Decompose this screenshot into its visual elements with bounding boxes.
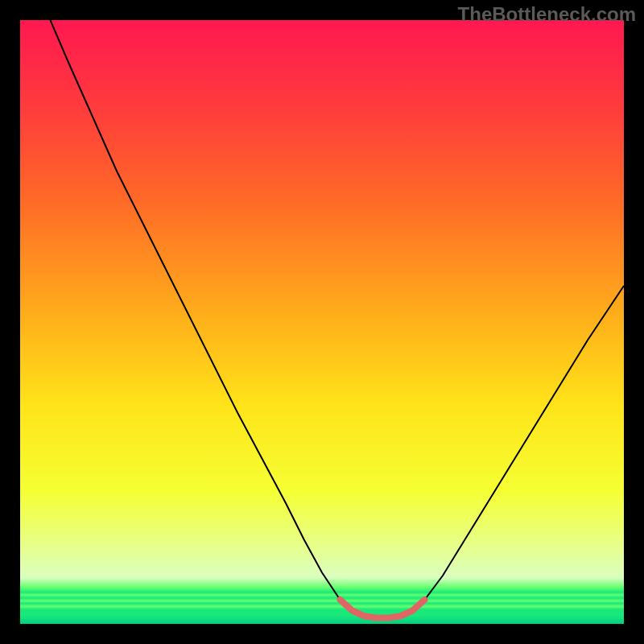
chart-plot-area bbox=[20, 20, 624, 624]
bottleneck-chart bbox=[20, 20, 624, 624]
chart-background bbox=[20, 20, 624, 624]
watermark-text: TheBottleneck.com bbox=[458, 3, 636, 26]
